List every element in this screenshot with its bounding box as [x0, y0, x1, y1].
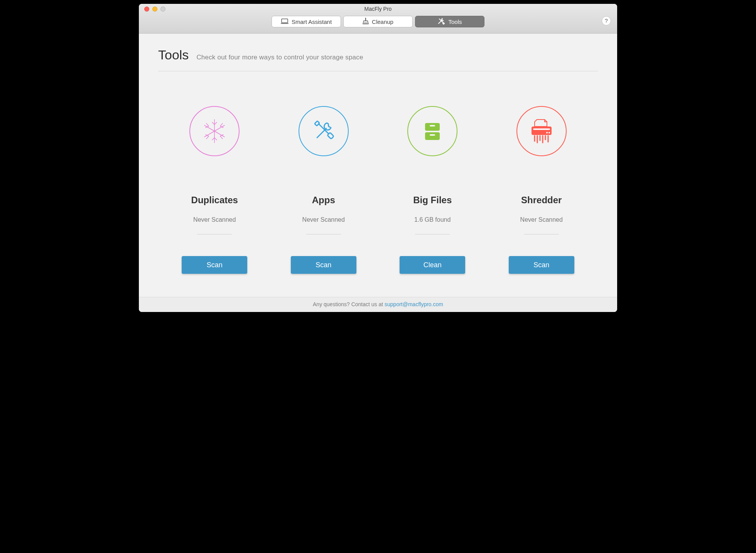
tab-smart-assistant[interactable]: Smart Assistant [272, 16, 341, 27]
card-bigfiles: Big Files 1.6 GB found Clean [384, 106, 481, 274]
scan-apps-button[interactable]: Scan [291, 256, 356, 274]
svg-rect-12 [425, 123, 440, 131]
svg-rect-17 [533, 128, 550, 130]
svg-rect-2 [365, 18, 366, 21]
traffic-lights [139, 7, 165, 12]
page-header: Tools Check out four more ways to contro… [158, 47, 598, 71]
card-apps: Apps Never Scanned Scan [275, 106, 373, 274]
tab-tools[interactable]: Tools [415, 16, 484, 27]
zoom-window-button[interactable] [160, 7, 165, 12]
svg-rect-10 [314, 121, 319, 126]
card-status: Never Scanned [520, 216, 563, 223]
help-button[interactable]: ? [602, 16, 611, 25]
svg-rect-14 [430, 125, 435, 126]
help-icon: ? [605, 18, 608, 24]
tab-group: Smart Assistant Cleanup Tools [272, 16, 484, 27]
svg-rect-11 [327, 133, 334, 139]
svg-point-19 [548, 132, 550, 133]
divider [415, 234, 450, 234]
tab-label: Smart Assistant [292, 19, 332, 25]
svg-point-18 [546, 132, 548, 133]
divider [197, 234, 232, 234]
shredder-icon [516, 106, 567, 156]
laptop-icon [281, 19, 289, 25]
tools-icon [437, 18, 445, 26]
content-area: Tools Check out four more ways to contro… [139, 34, 617, 297]
divider [524, 234, 559, 234]
toolbar: Smart Assistant Cleanup Tools ? [139, 14, 617, 33]
scan-duplicates-button[interactable]: Scan [182, 256, 247, 274]
divider [306, 234, 341, 234]
card-title: Apps [312, 195, 335, 206]
titlebar: MacFly Pro Smart Assistant Cleanup [139, 4, 617, 34]
app-window: MacFly Pro Smart Assistant Cleanup [139, 4, 617, 312]
page-title: Tools [158, 47, 189, 62]
close-window-button[interactable] [144, 7, 149, 12]
card-title: Duplicates [191, 195, 238, 206]
card-title: Shredder [521, 195, 562, 206]
footer-text: Any questions? Contact us at [313, 301, 385, 307]
wrench-screwdriver-icon [299, 106, 349, 156]
window-title: MacFly Pro [139, 6, 617, 12]
support-email-link[interactable]: support@macflypro.com [385, 301, 443, 307]
broom-icon [363, 18, 369, 26]
card-status: 1.6 GB found [414, 216, 451, 223]
tab-label: Tools [448, 19, 462, 25]
svg-rect-16 [532, 126, 552, 135]
scan-shredder-button[interactable]: Scan [509, 256, 574, 274]
minimize-window-button[interactable] [152, 7, 157, 12]
card-shredder: Shredder Never Scanned Scan [493, 106, 591, 274]
page-subtitle: Check out four more ways to control your… [196, 54, 363, 61]
svg-rect-13 [425, 132, 440, 140]
svg-rect-0 [282, 19, 288, 23]
tools-grid: Duplicates Never Scanned Scan [158, 71, 598, 297]
card-duplicates: Duplicates Never Scanned Scan [166, 106, 263, 274]
drawer-icon [407, 106, 457, 156]
clean-bigfiles-button[interactable]: Clean [400, 256, 465, 274]
footer: Any questions? Contact us at support@mac… [139, 297, 617, 312]
card-status: Never Scanned [302, 216, 345, 223]
svg-rect-15 [430, 134, 435, 136]
tab-cleanup[interactable]: Cleanup [343, 16, 413, 27]
card-status: Never Scanned [193, 216, 236, 223]
snowflake-icon [189, 106, 240, 156]
card-title: Big Files [413, 195, 452, 206]
tab-label: Cleanup [372, 19, 393, 25]
